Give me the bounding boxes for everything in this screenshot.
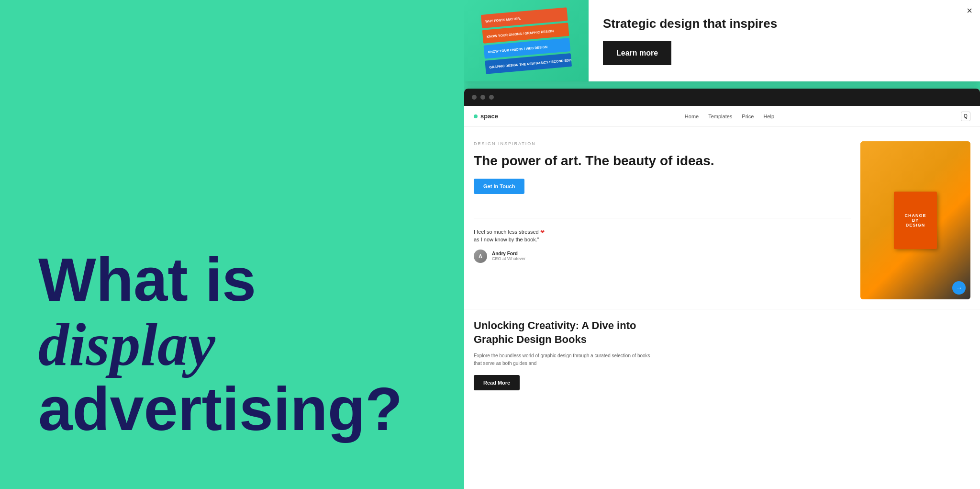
- browser-content: space Home Templates Price Help Q DESIGN…: [464, 106, 980, 489]
- site-hero: DESIGN INSPIRATION The power of art. The…: [464, 127, 980, 309]
- hero-image-bg: CHANGEBYDESIGN: [860, 141, 970, 299]
- category-label: DESIGN INSPIRATION: [474, 141, 851, 146]
- ad-title: Strategic design that inspires: [603, 16, 966, 31]
- nav-links: Home Templates Price Help: [685, 114, 774, 119]
- ad-image: WHY FONTS MATTER. KNOW YOUR ONIONS / GRA…: [464, 0, 589, 81]
- book-cover-title: CHANGEBYDESIGN: [904, 213, 926, 227]
- main-heading: What is display advertising?: [38, 248, 426, 441]
- heading-italic: display: [38, 310, 215, 378]
- right-panel: WHY FONTS MATTER. KNOW YOUR ONIONS / GRA…: [464, 0, 980, 489]
- close-button[interactable]: ×: [967, 6, 972, 15]
- site-logo: space: [474, 113, 498, 120]
- search-icon[interactable]: Q: [961, 112, 970, 121]
- author-name: Andry Ford: [492, 251, 526, 256]
- nav-help[interactable]: Help: [763, 114, 774, 119]
- browser-dot-3: [489, 95, 494, 100]
- site-bottom: Unlocking Creativity: A Dive into Graphi…: [464, 309, 980, 400]
- testimonial-author: A Andry Ford CEO at Whatever: [474, 250, 851, 263]
- heart-emoji: ❤: [540, 229, 545, 235]
- book-visual: CHANGEBYDESIGN: [894, 192, 937, 249]
- author-avatar: A: [474, 250, 487, 263]
- book-stack: WHY FONTS MATTER. KNOW YOUR ONIONS / GRA…: [481, 7, 572, 74]
- browser-window: space Home Templates Price Help Q DESIGN…: [464, 89, 980, 489]
- book-cover: CHANGEBYDESIGN: [894, 192, 937, 249]
- bottom-description: Explore the boundless world of graphic d…: [474, 352, 656, 367]
- bottom-title: Unlocking Creativity: A Dive into Graphi…: [474, 319, 656, 346]
- testimonial-section: I feel so much less stressed ❤ as I now …: [474, 218, 851, 263]
- hero-image: CHANGEBYDESIGN →: [860, 141, 970, 299]
- browser-dot-1: [472, 95, 477, 100]
- browser-chrome: [464, 89, 980, 106]
- logo-dot-icon: [474, 114, 478, 118]
- site-nav: space Home Templates Price Help Q: [464, 106, 980, 127]
- left-panel: What is display advertising?: [0, 0, 464, 489]
- heading-prefix: What is: [38, 245, 256, 314]
- hero-left: DESIGN INSPIRATION The power of art. The…: [474, 141, 851, 299]
- ad-banner: WHY FONTS MATTER. KNOW YOUR ONIONS / GRA…: [464, 0, 980, 81]
- logo-text: space: [480, 113, 498, 120]
- read-more-button[interactable]: Read More: [474, 375, 520, 390]
- books-visual: WHY FONTS MATTER. KNOW YOUR ONIONS / GRA…: [464, 0, 589, 81]
- nav-home[interactable]: Home: [685, 114, 699, 119]
- author-role: CEO at Whatever: [492, 256, 526, 261]
- nav-price[interactable]: Price: [742, 114, 754, 119]
- heading-suffix: advertising?: [38, 375, 402, 443]
- arrow-button[interactable]: →: [952, 281, 966, 295]
- ad-content: Strategic design that inspires Learn mor…: [589, 0, 980, 81]
- hero-title: The power of art. The beauty of ideas.: [474, 153, 851, 169]
- browser-dot-2: [480, 95, 485, 100]
- nav-templates[interactable]: Templates: [708, 114, 732, 119]
- get-in-touch-button[interactable]: Get In Touch: [474, 179, 524, 194]
- learn-more-button[interactable]: Learn more: [603, 41, 671, 65]
- author-info: Andry Ford CEO at Whatever: [492, 251, 526, 261]
- avatar-initial: A: [479, 253, 482, 259]
- testimonial-quote: I feel so much less stressed ❤ as I now …: [474, 228, 851, 244]
